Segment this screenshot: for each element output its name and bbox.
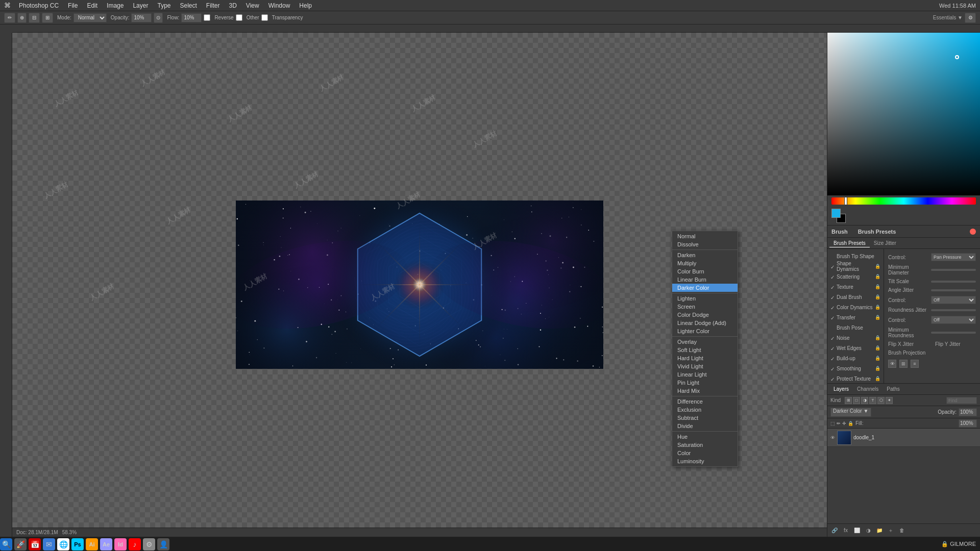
blend-screen[interactable]: Screen	[672, 303, 738, 311]
blend-hard-mix[interactable]: Hard Mix	[672, 387, 738, 395]
control-select-1[interactable]: Pan Pressure	[931, 253, 976, 261]
dual-brush[interactable]: ✓ Dual Brush 🔒	[827, 292, 884, 302]
blend-exclusion[interactable]: Exclusion	[672, 406, 738, 414]
dock-chrome[interactable]: 🌐	[57, 538, 69, 550]
menu-help[interactable]: Help	[295, 1, 316, 10]
tab-paths[interactable]: Paths	[883, 385, 904, 393]
blend-darken[interactable]: Darken	[672, 251, 738, 259]
fill-value-input[interactable]	[959, 419, 977, 428]
layer-new-btn[interactable]: ＋	[887, 527, 895, 535]
blend-linear-light[interactable]: Linear Light	[672, 370, 738, 379]
layer-link-btn[interactable]: 🔗	[830, 527, 839, 535]
scattering[interactable]: ✓ Scattering 🔒	[827, 271, 884, 282]
color-spectrum[interactable]	[827, 22, 980, 195]
blend-pin-light[interactable]: Pin Light	[672, 379, 738, 387]
blend-multiply[interactable]: Multiply	[672, 259, 738, 267]
blend-hard-light[interactable]: Hard Light	[672, 354, 738, 362]
dock-launchpad[interactable]: 🚀	[14, 538, 27, 550]
brush-tab-presets[interactable]: Brush Presets	[829, 239, 870, 247]
opacity-value-input[interactable]	[959, 408, 977, 416]
blend-hue[interactable]: Hue	[672, 433, 738, 441]
brush-panel-close[interactable]	[970, 229, 976, 235]
dock-music[interactable]: ♪	[129, 538, 141, 550]
blend-color-burn[interactable]: Color Burn	[672, 267, 738, 276]
noise[interactable]: ✓ Noise 🔒	[827, 333, 884, 343]
kind-filter-type[interactable]: T	[869, 397, 876, 404]
tool-icon-3[interactable]: ⊟	[29, 13, 40, 23]
control-select-3[interactable]: Off	[931, 316, 976, 324]
brush-tab-size-jitter[interactable]: Size Jitter	[870, 239, 900, 247]
brush-pose[interactable]: Brush Pose	[827, 322, 884, 333]
brush-tip-shape[interactable]: Brush Tip Shape	[827, 251, 884, 261]
transfer[interactable]: ✓ Transfer 🔒	[827, 312, 884, 322]
menu-view[interactable]: View	[242, 1, 263, 10]
color-dynamics[interactable]: ✓ Color Dynamics 🔒	[827, 302, 884, 312]
blend-mode-selector[interactable]: Darker Color ▼	[830, 408, 871, 417]
layer-visibility-1[interactable]: 👁	[830, 435, 835, 440]
dock-mail[interactable]: ✉	[43, 538, 55, 550]
dock-user[interactable]: 👤	[157, 538, 169, 550]
kind-filter-shape[interactable]: ⬡	[877, 397, 885, 404]
blend-lighter-color[interactable]: Lighter Color	[672, 327, 738, 335]
dock-ae[interactable]: Ae	[100, 538, 112, 550]
roundness-slider[interactable]	[931, 309, 976, 311]
flow-input[interactable]	[181, 13, 202, 22]
lock-transparent[interactable]: ⬚	[830, 421, 835, 426]
control-select-2[interactable]: Off	[931, 296, 976, 304]
brush-grid-icon[interactable]: ⊞	[899, 360, 908, 368]
menu-3d[interactable]: 3D	[225, 1, 241, 10]
opacity-input[interactable]	[131, 13, 152, 22]
color-hue-bar[interactable]	[831, 197, 976, 205]
blend-difference[interactable]: Difference	[672, 397, 738, 406]
blend-saturation[interactable]: Saturation	[672, 441, 738, 449]
layer-delete-btn[interactable]: 🗑	[898, 527, 906, 535]
kind-filter-adjustment[interactable]: ◑	[861, 397, 868, 404]
airbrush-btn[interactable]: ⊙	[154, 13, 163, 23]
layer-fx-btn[interactable]: fx	[842, 527, 850, 535]
angle-jitter-slider[interactable]	[931, 289, 976, 291]
blend-dissolve[interactable]: Dissolve	[672, 240, 738, 248]
dock-ai[interactable]: Ai	[86, 538, 98, 550]
kind-filter-smart[interactable]: ✦	[886, 397, 893, 404]
hue-cursor[interactable]	[844, 197, 847, 205]
menu-photoshop[interactable]: Photoshop CC	[15, 1, 63, 10]
brush-preview-icon[interactable]: 👁	[888, 360, 896, 368]
blend-divide[interactable]: Divide	[672, 422, 738, 430]
min-diameter-slider[interactable]	[931, 269, 976, 271]
protect-texture[interactable]: ✓ Protect Texture 🔒	[827, 373, 884, 383]
layer-adjustment-btn[interactable]: ◑	[864, 527, 872, 535]
min-roundness-slider[interactable]	[931, 332, 976, 334]
tool-icon-4[interactable]: ⊞	[42, 13, 53, 23]
dock-finder[interactable]: 🔍	[0, 538, 12, 550]
dock-ps[interactable]: Ps	[71, 538, 84, 550]
texture[interactable]: ✓ Texture 🔒	[827, 282, 884, 292]
tool-icon-2[interactable]: ⊕	[17, 13, 27, 23]
menu-edit[interactable]: Edit	[83, 1, 102, 10]
layer-group-btn[interactable]: 📁	[875, 527, 884, 535]
menu-type[interactable]: Type	[153, 1, 175, 10]
blend-color[interactable]: Color	[672, 449, 738, 457]
smoothing[interactable]: ✓ Smoothing 🔒	[827, 363, 884, 373]
tab-channels[interactable]: Channels	[853, 385, 883, 393]
main-canvas[interactable]	[236, 201, 603, 369]
blend-vivid-light[interactable]: Vivid Light	[672, 362, 738, 370]
fg-color-swatch[interactable]	[831, 209, 841, 218]
blend-linear-burn[interactable]: Linear Burn	[672, 276, 738, 284]
blend-linear-dodge[interactable]: Linear Dodge (Add)	[672, 319, 738, 327]
shape-dynamics[interactable]: ✓ Shape Dynamics 🔒	[827, 261, 884, 271]
build-up[interactable]: ✓ Build-up 🔒	[827, 353, 884, 363]
wet-edges[interactable]: ✓ Wet Edges 🔒	[827, 343, 884, 353]
dock-settings[interactable]: ⚙	[143, 538, 155, 550]
blend-overlay[interactable]: Overlay	[672, 338, 738, 346]
menu-image[interactable]: Image	[103, 1, 128, 10]
menu-file[interactable]: File	[64, 1, 82, 10]
kind-filter-all[interactable]: ⊞	[845, 397, 852, 404]
lock-all[interactable]: 🔒	[848, 421, 853, 426]
blend-luminosity[interactable]: Luminosity	[672, 457, 738, 465]
lock-brush[interactable]: ✏	[837, 421, 841, 426]
blend-subtract[interactable]: Subtract	[672, 414, 738, 422]
other-checkbox[interactable]	[236, 14, 242, 21]
color-picker-cursor[interactable]	[955, 55, 959, 59]
tool-icon-1[interactable]: ✏	[4, 13, 15, 23]
menu-select[interactable]: Select	[176, 1, 201, 10]
